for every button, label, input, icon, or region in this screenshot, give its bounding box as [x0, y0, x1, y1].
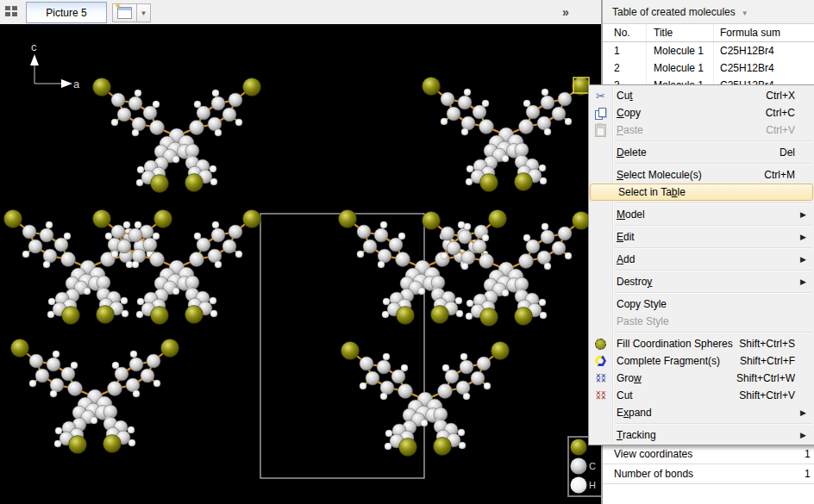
hydrogen-atom[interactable] — [463, 393, 470, 400]
carbon-atom[interactable] — [28, 240, 42, 253]
menu-item-delete[interactable]: DeleteDel — [589, 144, 814, 161]
hydrogen-atom[interactable] — [539, 299, 546, 306]
bromine-atom[interactable] — [185, 306, 204, 324]
property-row[interactable]: View coordinates1 — [603, 445, 814, 464]
hydrogen-atom[interactable] — [544, 263, 551, 270]
carbon-atom[interactable] — [552, 107, 566, 121]
menu-item-grow[interactable]: ✕✕✕✕GrowShift+Ctrl+W — [589, 370, 814, 387]
carbon-atom[interactable] — [61, 252, 76, 267]
hydrogen-atom[interactable] — [105, 233, 112, 240]
bromine-atom[interactable] — [480, 174, 498, 192]
hydrogen-atom[interactable] — [210, 297, 216, 304]
menu-item-paste[interactable]: PasteCtrl+V — [589, 121, 814, 139]
molecule-drawing[interactable]: c a CH — [0, 24, 601, 504]
carbon-atom[interactable] — [541, 230, 554, 244]
carbon-atom[interactable] — [68, 382, 83, 396]
hydrogen-atom[interactable] — [565, 252, 572, 259]
molecule[interactable] — [93, 78, 261, 193]
hydrogen-atom[interactable] — [29, 380, 36, 387]
hydrogen-atom[interactable] — [111, 251, 118, 258]
hydrogen-atom[interactable] — [133, 390, 140, 397]
tab-overflow-chevron-icon[interactable]: » — [562, 5, 568, 19]
panel-menu-arrow-icon[interactable]: ▼ — [742, 9, 748, 17]
hydrogen-atom[interactable] — [136, 179, 143, 186]
carbon-atom[interactable] — [229, 93, 242, 107]
bromine-atom[interactable] — [341, 342, 360, 360]
hydrogen-atom[interactable] — [135, 221, 141, 228]
hydrogen-atom[interactable] — [128, 426, 135, 433]
carbon-atom[interactable] — [61, 367, 75, 381]
table-row[interactable]: 1Molecule 1C25H12Br4 — [603, 42, 814, 59]
table-header-row[interactable]: No.TitleFormula sum — [603, 24, 814, 42]
carbon-atom[interactable] — [552, 241, 566, 255]
carbon-atom[interactable] — [398, 384, 413, 399]
hydrogen-atom[interactable] — [542, 89, 548, 96]
carbon-atom[interactable] — [197, 238, 210, 252]
bromine-atom[interactable] — [489, 210, 507, 228]
bromine-atom[interactable] — [93, 78, 111, 96]
carbon-atom[interactable] — [558, 227, 572, 240]
bromine-atom[interactable] — [431, 306, 449, 324]
molecule[interactable] — [341, 342, 510, 457]
hydrogen-atom[interactable] — [461, 128, 468, 135]
hydrogen-atom[interactable] — [360, 383, 366, 389]
menu-item-tracking[interactable]: Tracking▶ — [589, 426, 814, 444]
hydrogen-atom[interactable] — [461, 263, 468, 270]
carbon-atom[interactable] — [363, 240, 377, 253]
new-picture-dropdown[interactable]: ▼ — [136, 4, 150, 22]
hydrogen-atom[interactable] — [235, 251, 242, 258]
bromine-atom[interactable] — [62, 307, 80, 325]
carbon-atom[interactable] — [380, 381, 394, 395]
hydrogen-atom[interactable] — [464, 89, 471, 96]
carbon-atom[interactable] — [143, 106, 157, 120]
panel-title-bar[interactable]: Table of created molecules ▼ — [603, 0, 814, 24]
carbon-atom[interactable] — [396, 252, 410, 267]
carbon-atom[interactable] — [447, 241, 460, 255]
carbon-atom[interactable] — [558, 92, 572, 106]
hydrogen-atom[interactable] — [542, 223, 548, 230]
hydrogen-atom[interactable] — [458, 221, 465, 228]
bromine-atom[interactable] — [185, 174, 204, 192]
carbon-atom[interactable] — [22, 225, 36, 239]
carbon-atom[interactable] — [128, 96, 142, 110]
hydrogen-atom[interactable] — [122, 310, 128, 317]
carbon-atom[interactable] — [211, 96, 225, 110]
hydrogen-atom[interactable] — [22, 251, 29, 258]
hydrogen-atom[interactable] — [132, 261, 139, 268]
hydrogen-atom[interactable] — [84, 288, 91, 295]
hydrogen-atom[interactable] — [523, 234, 530, 241]
carbon-atom[interactable] — [461, 116, 475, 130]
bromine-atom[interactable] — [97, 306, 115, 324]
carbon-atom[interactable] — [473, 240, 486, 253]
hydrogen-atom[interactable] — [48, 298, 55, 305]
hydrogen-atom[interactable] — [235, 119, 242, 126]
hydrogen-atom[interactable] — [111, 119, 118, 126]
carbon-atom[interactable] — [115, 367, 128, 381]
menu-item-add[interactable]: Add▶ — [589, 251, 814, 268]
hydrogen-atom[interactable] — [121, 297, 128, 304]
hydrogen-atom[interactable] — [378, 261, 385, 268]
bromine-atom[interactable] — [339, 210, 357, 228]
hydrogen-atom[interactable] — [482, 234, 489, 241]
carbon-atom[interactable] — [471, 371, 485, 385]
carbon-atom[interactable] — [519, 120, 534, 134]
carbon-atom[interactable] — [43, 249, 57, 263]
menu-item-paste-style[interactable]: Paste Style — [589, 313, 814, 330]
carbon-atom[interactable] — [389, 238, 403, 252]
hydrogen-atom[interactable] — [64, 233, 71, 240]
bromine-atom[interactable] — [103, 435, 122, 453]
menu-item-complete-fragment-s[interactable]: Complete Fragment(s)Shift+Ctrl+F — [589, 352, 814, 370]
structure-canvas[interactable]: c a CH — [0, 24, 601, 504]
hydrogen-atom[interactable] — [383, 353, 390, 360]
hydrogen-atom[interactable] — [458, 429, 465, 436]
bromine-atom[interactable] — [93, 210, 111, 228]
carbon-atom[interactable] — [537, 116, 551, 130]
hydrogen-atom[interactable] — [137, 298, 144, 305]
menu-item-copy-style[interactable]: Copy Style — [589, 296, 814, 313]
property-value[interactable]: 1 — [805, 448, 811, 460]
property-row[interactable]: Number of bonds1 — [603, 464, 814, 484]
carbon-atom[interactable] — [461, 251, 475, 264]
menu-item-cut[interactable]: ✕✕✕✕CutShift+Ctrl+V — [589, 387, 814, 404]
menu-item-copy[interactable]: CopyCtrl+C — [589, 104, 814, 121]
hydrogen-atom[interactable] — [455, 297, 462, 304]
